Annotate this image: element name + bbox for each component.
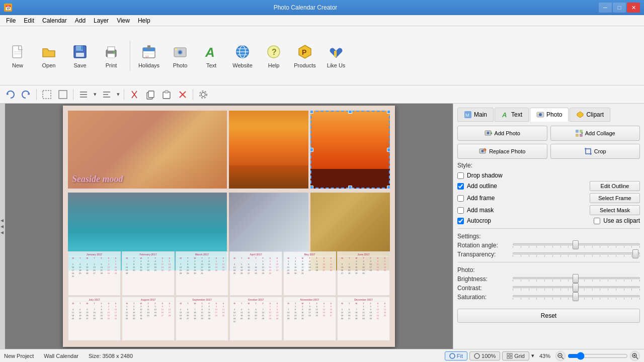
canvas-size: Size: 3508 x 2480 xyxy=(89,353,133,359)
photo-grid-top: Seaside mood xyxy=(68,111,390,189)
svg-line-81 xyxy=(636,357,638,359)
drop-shadow-checkbox[interactable] xyxy=(457,172,464,179)
align-btn[interactable] xyxy=(76,87,91,102)
separator-photo xyxy=(457,262,640,262)
close-button[interactable]: ✕ xyxy=(627,3,640,13)
paste-button[interactable] xyxy=(159,87,174,102)
select-button[interactable] xyxy=(40,87,54,102)
replace-photo-label: Replace Photo xyxy=(489,148,525,154)
menu-help[interactable]: Help xyxy=(134,16,154,25)
svg-marker-56 xyxy=(577,112,583,118)
copy-button[interactable] xyxy=(143,87,157,102)
zoom-value-display: 43% xyxy=(536,353,553,359)
grid-button[interactable]: Grid xyxy=(502,351,529,360)
select-mask-button[interactable]: Select Mask xyxy=(590,205,640,215)
fit-icon xyxy=(449,353,455,359)
menu-edit[interactable]: Edit xyxy=(20,16,38,25)
settings-section: Settings: Rotation angle: Transparency: xyxy=(457,233,640,258)
separator-settings xyxy=(457,228,640,229)
replace-photo-button[interactable]: Replace Photo xyxy=(457,144,547,159)
save-label: Save xyxy=(73,62,86,68)
app-icon: 📅 xyxy=(4,4,12,12)
settings-button[interactable] xyxy=(196,87,210,102)
contrast-thumb[interactable] xyxy=(573,283,579,292)
reset-button[interactable]: Reset xyxy=(457,309,640,323)
svg-text:?: ? xyxy=(272,48,277,56)
toolbar-new[interactable]: New xyxy=(3,36,32,76)
photo-sunset-selected[interactable] xyxy=(310,111,390,189)
edit-outline-button[interactable]: Edit Outline xyxy=(590,181,640,191)
zoom-out-button[interactable] xyxy=(555,351,566,361)
like-icon xyxy=(327,43,345,61)
toolbar-open[interactable]: Open xyxy=(34,36,63,76)
products-icon: P xyxy=(296,43,314,61)
add-mask-left: Add mask xyxy=(457,207,494,214)
toolbar-holidays[interactable]: 17 Holidays xyxy=(134,36,164,76)
add-photo-button[interactable]: Add Photo xyxy=(457,126,547,141)
add-outline-checkbox[interactable] xyxy=(457,183,464,190)
svg-point-58 xyxy=(487,132,489,134)
menu-file[interactable]: File xyxy=(2,16,20,25)
canvas-area[interactable]: Seaside mood xyxy=(5,104,453,349)
menu-view[interactable]: View xyxy=(113,16,134,25)
dropdown-arrow[interactable]: ▾ xyxy=(531,352,534,359)
minimize-button[interactable]: ─ xyxy=(599,3,612,13)
tab-clipart[interactable]: Clipart xyxy=(570,108,610,122)
toolbar-like-us[interactable]: Like Us xyxy=(321,36,351,76)
menu-calendar[interactable]: Calendar xyxy=(38,16,71,25)
toolbar-website[interactable]: Website xyxy=(228,36,257,76)
tab-text[interactable]: A Text xyxy=(495,108,529,122)
transparency-row: Transparency: xyxy=(457,251,640,258)
select2-button[interactable] xyxy=(56,87,70,102)
photo-settings-section: Photo: Brightness: Contrast: xyxy=(457,266,640,301)
maximize-button[interactable]: □ xyxy=(613,3,626,13)
undo-button[interactable] xyxy=(3,87,17,102)
align-dropdown[interactable]: ▾ xyxy=(93,91,98,98)
transparency-thumb[interactable] xyxy=(632,249,638,258)
photo-boats[interactable] xyxy=(229,111,308,189)
saturation-thumb[interactable] xyxy=(573,292,579,301)
select-frame-button[interactable]: Select Frame xyxy=(590,193,640,203)
redo-button[interactable] xyxy=(19,87,33,102)
svg-point-71 xyxy=(450,353,455,358)
align-btn2[interactable] xyxy=(100,87,114,102)
crop-button[interactable]: Crop xyxy=(550,144,640,159)
panel-arrow-down[interactable]: ◀ xyxy=(1,224,5,228)
cut-button[interactable] xyxy=(127,87,141,102)
photo-toolbar-icon xyxy=(171,43,189,61)
add-mask-row: Add mask Select Mask xyxy=(457,205,640,215)
tab-photo[interactable]: Photo xyxy=(530,108,569,122)
add-collage-button[interactable]: Add Collage xyxy=(550,126,640,141)
use-as-clipart-checkbox[interactable] xyxy=(594,218,600,224)
menu-add[interactable]: Add xyxy=(71,16,90,25)
add-frame-checkbox[interactable] xyxy=(457,195,464,202)
canvas-scroll[interactable]: Seaside mood xyxy=(5,104,453,349)
rotation-thumb[interactable] xyxy=(573,240,579,249)
add-frame-left: Add frame xyxy=(457,195,495,202)
zoom-100-button[interactable]: 100% xyxy=(469,351,500,360)
zoom-slider[interactable] xyxy=(568,352,628,360)
autocrop-checkbox[interactable] xyxy=(457,218,464,224)
replace-photo-icon xyxy=(479,147,487,155)
toolbar-products[interactable]: P Products xyxy=(290,36,319,76)
cal-sep: September 2017 MTWTFSS 1234 567891011 12… xyxy=(176,297,228,341)
svg-point-19 xyxy=(179,51,182,54)
zoom-in-button[interactable] xyxy=(630,351,640,361)
svg-rect-74 xyxy=(510,353,512,355)
toolbar-text[interactable]: A Text xyxy=(197,36,226,76)
brightness-thumb[interactable] xyxy=(573,274,579,283)
toolbar-photo[interactable]: Photo xyxy=(166,36,195,76)
toolbar-help[interactable]: ? Help xyxy=(259,36,288,76)
fit-button[interactable]: Fit xyxy=(445,351,467,360)
menu-layer[interactable]: Layer xyxy=(90,16,113,25)
tab-main[interactable]: M Main xyxy=(457,108,494,122)
saturation-row: Saturation: xyxy=(457,294,640,301)
toolbar-save[interactable]: Save xyxy=(65,36,95,76)
add-mask-checkbox[interactable] xyxy=(457,207,464,214)
photo-beach[interactable]: Seaside mood xyxy=(68,111,227,189)
delete-button[interactable] xyxy=(176,87,190,102)
panel-arrow-mid[interactable]: ◀ xyxy=(1,230,5,234)
panel-arrow-up[interactable]: ◀ xyxy=(1,218,5,222)
toolbar-print[interactable]: Print xyxy=(97,36,126,76)
align2-dropdown[interactable]: ▾ xyxy=(116,91,121,98)
